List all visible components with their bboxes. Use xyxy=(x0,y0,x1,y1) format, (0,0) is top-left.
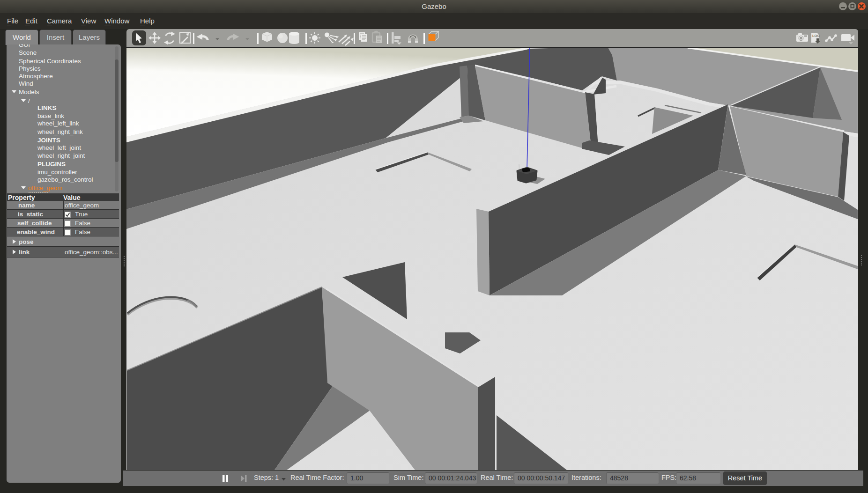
svg-text:LOG: LOG xyxy=(812,34,820,38)
